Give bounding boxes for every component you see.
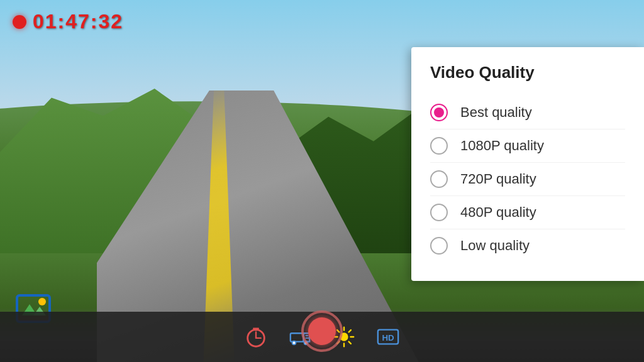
svg-point-3 <box>38 298 46 305</box>
quality-option-low[interactable]: Low quality <box>430 229 625 262</box>
recording-dot <box>13 15 26 29</box>
quality-option-best[interactable]: Best quality <box>430 96 625 129</box>
quality-option-480p[interactable]: 480P quality <box>430 196 625 229</box>
radio-best <box>430 104 448 121</box>
recording-time: 01:47:32 <box>33 10 123 33</box>
radio-480p <box>430 204 448 221</box>
radio-720p <box>430 170 448 188</box>
radio-1080p <box>430 137 448 155</box>
svg-line-24 <box>349 342 351 344</box>
quality-panel-title: Video Quality <box>430 63 625 82</box>
svg-point-14 <box>293 342 296 344</box>
quality-label-low: Low quality <box>460 238 530 254</box>
quality-label-720p: 720P quality <box>460 171 536 187</box>
svg-text:HD: HD <box>382 333 394 343</box>
record-button-inner <box>308 317 336 345</box>
quality-label-1080p: 1080P quality <box>460 138 544 154</box>
quality-label-best: Best quality <box>460 104 532 121</box>
quality-label-480p: 480P quality <box>460 204 536 221</box>
svg-line-25 <box>349 330 351 332</box>
radio-inner-best <box>434 107 444 118</box>
record-button[interactable] <box>301 310 343 352</box>
timer-icon[interactable] <box>243 324 269 349</box>
recording-indicator: 01:47:32 <box>13 10 123 33</box>
quality-option-1080p[interactable]: 1080P quality <box>430 129 625 163</box>
quality-option-720p[interactable]: 720P quality <box>430 163 625 196</box>
quality-panel: Video Quality Best quality 1080P quality… <box>411 47 644 281</box>
radio-low <box>430 237 448 255</box>
hd-icon[interactable]: HD <box>375 324 401 349</box>
